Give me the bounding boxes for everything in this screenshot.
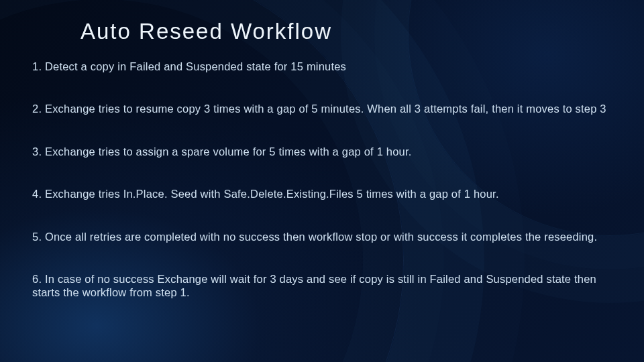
step-item: 5. Once all retries are completed with n… bbox=[32, 231, 612, 243]
step-item: 3. Exchange tries to assign a spare volu… bbox=[32, 145, 612, 158]
step-item: 1. Detect a copy in Failed and Suspended… bbox=[32, 60, 612, 73]
step-item: 4. Exchange tries In.Place. Seed with Sa… bbox=[32, 188, 612, 200]
step-item: 2. Exchange tries to resume copy 3 times… bbox=[32, 103, 612, 115]
slide: Auto Reseed Workflow 1. Detect a copy in… bbox=[0, 0, 644, 362]
steps-list: 1. Detect a copy in Failed and Suspended… bbox=[32, 60, 612, 299]
step-item: 6. In case of no success Exchange will w… bbox=[32, 273, 612, 299]
slide-title: Auto Reseed Workflow bbox=[80, 19, 612, 44]
